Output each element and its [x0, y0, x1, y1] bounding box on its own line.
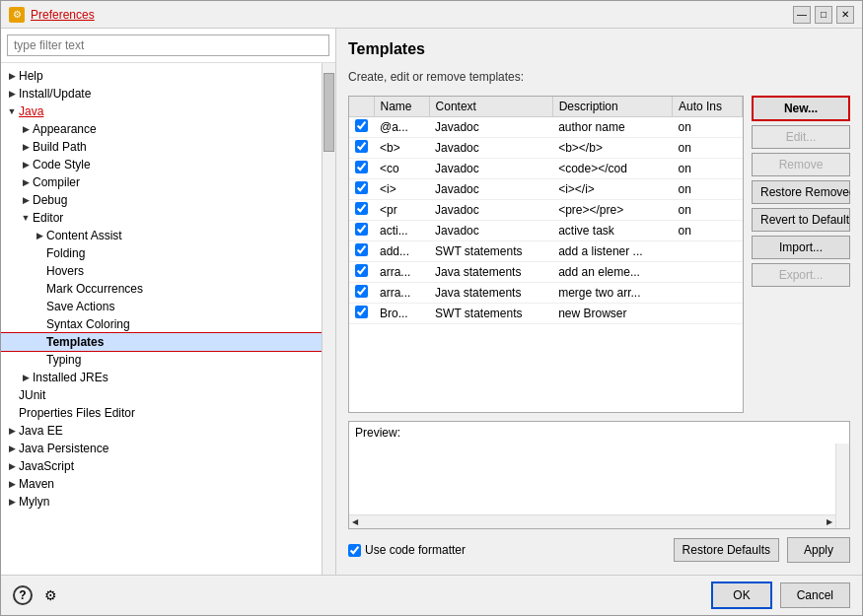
row-description: author name [552, 117, 672, 138]
row-description: add a listener ... [552, 241, 672, 262]
table-row[interactable]: <b>Javadoc<b></b>on [349, 138, 743, 159]
sidebar-item-help[interactable]: ▶Help [1, 67, 322, 85]
row-checkbox[interactable] [355, 306, 368, 318]
search-box [1, 29, 335, 63]
maximize-button[interactable]: □ [815, 6, 832, 24]
sidebar-item-save-actions[interactable]: Save Actions [1, 298, 322, 315]
sidebar-item-javascript[interactable]: ▶JavaScript [1, 457, 322, 475]
sidebar-item-installed-jres[interactable]: ▶Installed JREs [1, 369, 322, 386]
row-checkbox-cell[interactable] [349, 117, 374, 138]
main-content: ▶Help▶Install/Update▼Java▶Appearance▶Bui… [1, 29, 862, 575]
ok-button[interactable]: OK [711, 582, 771, 609]
use-code-formatter-checkbox[interactable] [348, 544, 361, 557]
table-row[interactable]: arra...Java statementsmerge two arr... [349, 283, 743, 304]
table-row[interactable]: <coJavadoc<code></codon [349, 159, 743, 179]
sidebar-item-hovers[interactable]: Hovers [1, 262, 322, 280]
row-checkbox-cell[interactable] [349, 304, 374, 324]
row-checkbox[interactable] [355, 285, 368, 298]
sidebar-scroll-thumb[interactable] [324, 73, 334, 152]
revert-to-default-button[interactable]: Revert to Default [752, 208, 850, 232]
preview-scrollbar[interactable] [835, 444, 849, 528]
sidebar-label-build-path: Build Path [33, 140, 87, 154]
row-context: Javadoc [429, 159, 552, 179]
sidebar-item-mark-occurrences[interactable]: Mark Occurrences [1, 280, 322, 298]
row-checkbox[interactable] [355, 161, 368, 173]
row-checkbox[interactable] [355, 140, 368, 153]
table-row[interactable]: <prJavadoc<pre></pre>on [349, 200, 743, 221]
table-row[interactable]: <i>Javadoc<i></i>on [349, 179, 743, 200]
sidebar-item-typing[interactable]: Typing [1, 351, 322, 369]
restore-removed-button[interactable]: Restore Removed [752, 180, 850, 204]
row-name: <co [374, 159, 429, 179]
use-code-formatter-label[interactable]: Use code formatter [348, 543, 466, 557]
sidebar-label-junit: JUnit [19, 388, 45, 402]
row-checkbox-cell[interactable] [349, 159, 374, 179]
sidebar-item-install-update[interactable]: ▶Install/Update [1, 85, 322, 103]
table-row[interactable]: @a...Javadocauthor nameon [349, 117, 743, 138]
new-button[interactable]: New... [752, 96, 850, 121]
row-checkbox[interactable] [355, 202, 368, 215]
sidebar-scrollbar[interactable] [322, 63, 335, 575]
row-checkbox[interactable] [355, 181, 368, 194]
row-checkbox-cell[interactable] [349, 179, 374, 200]
row-checkbox-cell[interactable] [349, 221, 374, 241]
row-checkbox-cell[interactable] [349, 262, 374, 283]
preview-hscrollbar[interactable]: ◀ ▶ [349, 514, 835, 528]
sidebar-label-folding: Folding [46, 246, 85, 260]
row-checkbox-cell[interactable] [349, 200, 374, 221]
right-panel: Templates Create, edit or remove templat… [336, 29, 862, 575]
sidebar-label-typing: Typing [46, 353, 81, 367]
edit-button[interactable]: Edit... [752, 125, 850, 149]
sidebar-item-java-ee[interactable]: ▶Java EE [1, 422, 322, 440]
settings-icon[interactable]: ⚙ [40, 585, 60, 605]
sidebar-item-properties-files-editor[interactable]: Properties Files Editor [1, 404, 322, 422]
row-checkbox[interactable] [355, 119, 368, 132]
table-row[interactable]: add...SWT statementsadd a listener ... [349, 241, 743, 262]
sidebar-item-mylyn[interactable]: ▶Mylyn [1, 493, 322, 511]
table-row[interactable]: arra...Java statementsadd an eleme... [349, 262, 743, 283]
close-button[interactable]: ✕ [836, 6, 854, 24]
row-checkbox-cell[interactable] [349, 241, 374, 262]
sidebar-item-java[interactable]: ▼Java [1, 103, 322, 120]
cancel-button[interactable]: Cancel [780, 582, 850, 608]
sidebar-item-templates[interactable]: Templates [1, 333, 322, 351]
gear-icon: ⚙ [9, 7, 25, 23]
sidebar-item-build-path[interactable]: ▶Build Path [1, 138, 322, 156]
row-name: add... [374, 241, 429, 262]
sidebar-item-maven[interactable]: ▶Maven [1, 475, 322, 493]
export-button[interactable]: Export... [752, 263, 850, 287]
sidebar-item-junit[interactable]: JUnit [1, 386, 322, 404]
help-icon[interactable]: ? [13, 585, 33, 605]
sidebar-item-syntax-coloring[interactable]: Syntax Coloring [1, 315, 322, 333]
row-checkbox[interactable] [355, 264, 368, 277]
sidebar-item-compiler[interactable]: ▶Compiler [1, 173, 322, 191]
row-name: acti... [374, 221, 429, 241]
sidebar-item-editor[interactable]: ▼Editor [1, 209, 322, 227]
search-input[interactable] [7, 34, 329, 56]
remove-button[interactable]: Remove [752, 153, 850, 176]
row-checkbox-cell[interactable] [349, 283, 374, 304]
minimize-button[interactable]: — [793, 6, 811, 24]
sidebar-item-java-persistence[interactable]: ▶Java Persistence [1, 440, 322, 457]
table-row[interactable]: acti...Javadocactive taskon [349, 221, 743, 241]
row-checkbox-cell[interactable] [349, 138, 374, 159]
sidebar-item-code-style[interactable]: ▶Code Style [1, 156, 322, 173]
sidebar-item-appearance[interactable]: ▶Appearance [1, 120, 322, 138]
row-checkbox[interactable] [355, 223, 368, 236]
import-button[interactable]: Import... [752, 236, 850, 259]
sidebar-label-content-assist: Content Assist [46, 229, 122, 242]
row-description: add an eleme... [552, 262, 672, 283]
sidebar-item-folding[interactable]: Folding [1, 244, 322, 262]
row-checkbox[interactable] [355, 243, 368, 256]
dialog-title: Preferences [31, 8, 95, 22]
apply-button[interactable]: Apply [787, 537, 850, 563]
scroll-left-icon[interactable]: ◀ [349, 517, 361, 526]
tree-arrow-maven: ▶ [5, 479, 19, 489]
sidebar-item-debug[interactable]: ▶Debug [1, 191, 322, 209]
scroll-right-icon[interactable]: ▶ [824, 517, 835, 526]
sidebar-item-content-assist[interactable]: ▶Content Assist [1, 227, 322, 244]
restore-defaults-button[interactable]: Restore Defaults [674, 538, 779, 562]
sidebar-label-debug: Debug [33, 193, 67, 207]
table-row[interactable]: Bro...SWT statementsnew Browser [349, 304, 743, 324]
sidebar-label-maven: Maven [19, 477, 54, 491]
